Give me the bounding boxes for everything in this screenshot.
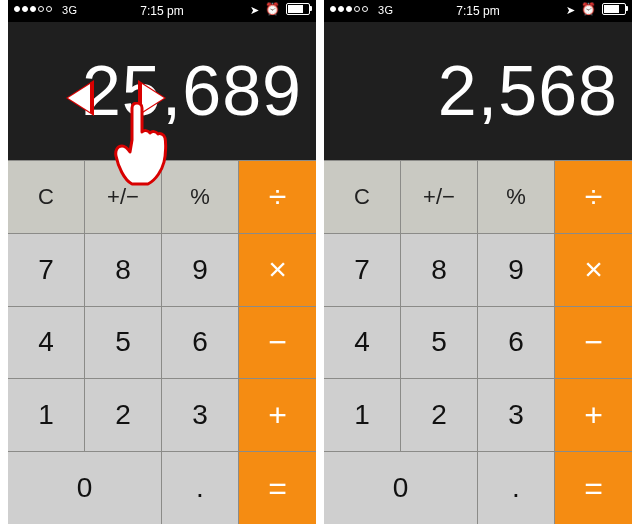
- five-button[interactable]: 5: [85, 306, 162, 379]
- zero-button[interactable]: 0: [324, 451, 478, 524]
- clock-label: 7:15 pm: [456, 4, 499, 18]
- nine-button[interactable]: 9: [162, 233, 239, 306]
- location-icon: ➤: [250, 5, 259, 16]
- status-bar: 3G 7:15 pm ➤ ⏰: [324, 0, 632, 22]
- percent-button[interactable]: %: [162, 160, 239, 233]
- keypad: C +/− % ÷ 7 8 9 × 4 5 6 − 1 2 3 + 0 . =: [324, 160, 632, 524]
- multiply-button[interactable]: ×: [239, 233, 316, 306]
- signal-dot-icon: [22, 6, 28, 12]
- status-right-icons: ➤ ⏰: [250, 3, 310, 15]
- two-button[interactable]: 2: [401, 378, 478, 451]
- alarm-icon: ⏰: [581, 3, 596, 15]
- eight-button[interactable]: 8: [401, 233, 478, 306]
- seven-button[interactable]: 7: [8, 233, 85, 306]
- signal-dots: [14, 6, 52, 16]
- equals-button[interactable]: =: [239, 451, 316, 524]
- battery-icon: [602, 3, 626, 15]
- plus-button[interactable]: +: [239, 378, 316, 451]
- signal-dot-icon: [30, 6, 36, 12]
- one-button[interactable]: 1: [8, 378, 85, 451]
- sign-button[interactable]: +/−: [85, 160, 162, 233]
- signal-dot-icon: [354, 6, 360, 12]
- signal-dot-icon: [338, 6, 344, 12]
- four-button[interactable]: 4: [8, 306, 85, 379]
- comparison-stage: 3G 7:15 pm ➤ ⏰ 25,689 C +/− % ÷ 7 8 9 × …: [0, 0, 640, 524]
- five-button[interactable]: 5: [401, 306, 478, 379]
- signal-dot-icon: [330, 6, 336, 12]
- location-icon: ➤: [566, 5, 575, 16]
- equals-button[interactable]: =: [555, 451, 632, 524]
- divide-button[interactable]: ÷: [555, 160, 632, 233]
- signal-dot-icon: [362, 6, 368, 12]
- sign-button[interactable]: +/−: [401, 160, 478, 233]
- keypad: C +/− % ÷ 7 8 9 × 4 5 6 − 1 2 3 + 0 . =: [8, 160, 316, 524]
- zero-button[interactable]: 0: [8, 451, 162, 524]
- calculator-screen-before: 3G 7:15 pm ➤ ⏰ 25,689 C +/− % ÷ 7 8 9 × …: [8, 0, 316, 524]
- seven-button[interactable]: 7: [324, 233, 401, 306]
- percent-button[interactable]: %: [478, 160, 555, 233]
- battery-icon: [286, 3, 310, 15]
- six-button[interactable]: 6: [478, 306, 555, 379]
- four-button[interactable]: 4: [324, 306, 401, 379]
- calculator-display[interactable]: 25,689: [8, 22, 316, 160]
- signal-dot-icon: [38, 6, 44, 12]
- display-value: 25,689: [82, 51, 302, 131]
- carrier-label: 3G: [378, 4, 394, 16]
- minus-button[interactable]: −: [555, 306, 632, 379]
- alarm-icon: ⏰: [265, 3, 280, 15]
- carrier-label: 3G: [62, 4, 78, 16]
- one-button[interactable]: 1: [324, 378, 401, 451]
- calculator-display[interactable]: 2,568: [324, 22, 632, 160]
- decimal-button[interactable]: .: [162, 451, 239, 524]
- status-bar: 3G 7:15 pm ➤ ⏰: [8, 0, 316, 22]
- minus-button[interactable]: −: [239, 306, 316, 379]
- clock-label: 7:15 pm: [140, 4, 183, 18]
- signal-dot-icon: [46, 6, 52, 12]
- display-value: 2,568: [438, 51, 618, 131]
- signal-dot-icon: [14, 6, 20, 12]
- signal-dots: [330, 6, 368, 16]
- multiply-button[interactable]: ×: [555, 233, 632, 306]
- six-button[interactable]: 6: [162, 306, 239, 379]
- divide-button[interactable]: ÷: [239, 160, 316, 233]
- decimal-button[interactable]: .: [478, 451, 555, 524]
- clear-button[interactable]: C: [324, 160, 401, 233]
- nine-button[interactable]: 9: [478, 233, 555, 306]
- signal-dot-icon: [346, 6, 352, 12]
- calculator-screen-after: 3G 7:15 pm ➤ ⏰ 2,568 C +/− % ÷ 7 8 9 × 4…: [324, 0, 632, 524]
- status-right-icons: ➤ ⏰: [566, 3, 626, 15]
- three-button[interactable]: 3: [478, 378, 555, 451]
- plus-button[interactable]: +: [555, 378, 632, 451]
- clear-button[interactable]: C: [8, 160, 85, 233]
- three-button[interactable]: 3: [162, 378, 239, 451]
- two-button[interactable]: 2: [85, 378, 162, 451]
- eight-button[interactable]: 8: [85, 233, 162, 306]
